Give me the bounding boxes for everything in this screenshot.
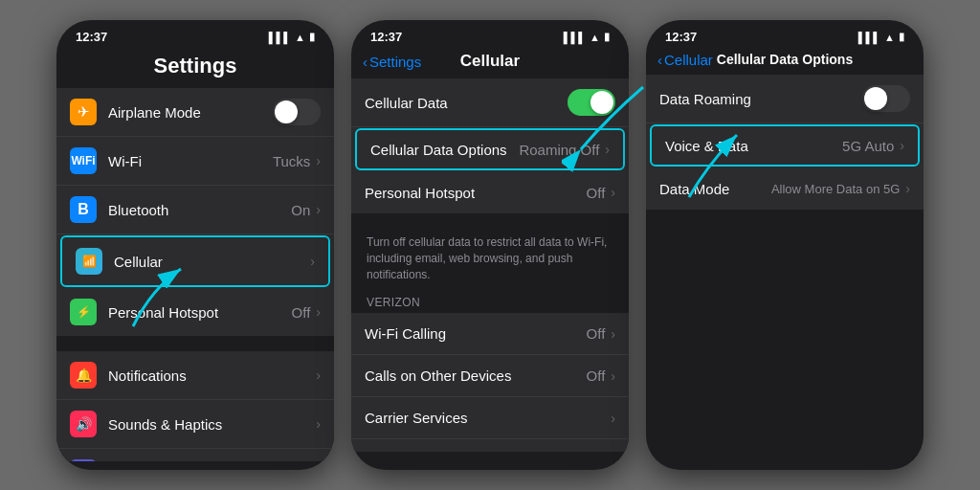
sounds-row[interactable]: 🔊 Sounds & Haptics › bbox=[56, 400, 334, 449]
wifi-status-icon-2: ▲ bbox=[590, 32, 600, 43]
settings-title-bar: Settings bbox=[56, 48, 334, 88]
donotdisturb-row[interactable]: 🌙 Do Not Disturb › bbox=[56, 449, 334, 461]
wifi-calling-chevron: › bbox=[611, 326, 615, 342]
phone-1-screen: 12:37 ▌▌▌ ▲ ▮ Settings ✈ Airplane Mode bbox=[56, 20, 334, 470]
toggle-knob bbox=[275, 100, 298, 123]
settings-group-1: ✈ Airplane Mode WiFi Wi-Fi Tucks › B Blu… bbox=[56, 88, 334, 336]
back-label-2: Settings bbox=[369, 54, 421, 70]
signal-icon: ▌▌▌ bbox=[269, 32, 291, 43]
wifi-calling-value: Off bbox=[587, 325, 606, 342]
bluetooth-label: Bluetooth bbox=[108, 202, 291, 218]
screen-content-2: Cellular Data Cellular Data Options Roam… bbox=[351, 78, 629, 452]
cellular-group-2: Wi-Fi Calling Off › Calls on Other Devic… bbox=[351, 313, 629, 452]
carrier-services-row[interactable]: Carrier Services › bbox=[351, 397, 629, 439]
personal-hotspot-label-2: Personal Hotspot bbox=[365, 185, 587, 201]
cellular-desc: Turn off cellular data to restrict all d… bbox=[351, 229, 629, 292]
toggle-knob-3 bbox=[864, 87, 887, 110]
sounds-label: Sounds & Haptics bbox=[108, 416, 316, 433]
voice-data-value: 5G Auto bbox=[842, 138, 894, 154]
verizon-label: VERIZON bbox=[351, 292, 629, 313]
voice-data-row[interactable]: Voice & Data 5G Auto › bbox=[650, 124, 920, 167]
battery-icon-3: ▮ bbox=[899, 31, 904, 43]
cellular-data-options-row[interactable]: Cellular Data Options Roaming Off › bbox=[355, 128, 625, 170]
carrier-services-label: Carrier Services bbox=[365, 410, 611, 426]
status-bar-1: 12:37 ▌▌▌ ▲ ▮ bbox=[56, 20, 334, 48]
sim-pin-row[interactable]: SIM PIN › bbox=[351, 439, 629, 452]
cellular-row[interactable]: 📶 Cellular › bbox=[60, 235, 330, 287]
time-2: 12:37 bbox=[370, 30, 402, 44]
wifi-icon: ▲ bbox=[295, 32, 305, 43]
airplane-mode-row[interactable]: ✈ Airplane Mode bbox=[56, 88, 334, 137]
calls-other-value: Off bbox=[587, 368, 606, 384]
status-icons-3: ▌▌▌ ▲ ▮ bbox=[858, 31, 904, 43]
data-roaming-row[interactable]: Data Roaming bbox=[646, 75, 924, 123]
bluetooth-row[interactable]: B Bluetooth On › bbox=[56, 186, 334, 234]
time-1: 12:37 bbox=[76, 30, 107, 44]
calls-other-label: Calls on Other Devices bbox=[365, 368, 587, 384]
battery-icon: ▮ bbox=[309, 31, 315, 43]
airplane-label: Airplane Mode bbox=[108, 104, 273, 121]
signal-icon-3: ▌▌▌ bbox=[858, 32, 880, 43]
wifi-label: Wi-Fi bbox=[108, 153, 273, 169]
wifi-row[interactable]: WiFi Wi-Fi Tucks › bbox=[56, 137, 334, 186]
cellular-label: Cellular bbox=[114, 254, 310, 270]
cellular-data-options-chevron: › bbox=[605, 142, 610, 157]
cellular-data-toggle[interactable] bbox=[568, 89, 615, 116]
back-chevron-2: ‹ bbox=[363, 54, 368, 70]
bluetooth-icon: B bbox=[70, 196, 97, 223]
personal-hotspot-value-2: Off bbox=[587, 185, 606, 201]
page-title-1: Settings bbox=[154, 54, 237, 78]
donotdisturb-icon: 🌙 bbox=[70, 459, 97, 461]
cellular-data-row[interactable]: Cellular Data bbox=[351, 78, 629, 127]
phone-3: 12:37 ▌▌▌ ▲ ▮ ‹ Cellular Cellular Data O… bbox=[646, 20, 924, 470]
screen-content-3: Data Roaming Voice & Data 5G Auto › Data… bbox=[646, 75, 924, 448]
bluetooth-value: On bbox=[291, 202, 310, 218]
data-options-group: Data Roaming Voice & Data 5G Auto › Data… bbox=[646, 75, 924, 210]
settings-group-2: 🔔 Notifications › 🔊 Sounds & Haptics › 🌙… bbox=[56, 351, 334, 461]
data-roaming-toggle[interactable] bbox=[862, 85, 910, 112]
status-bar-2: 12:37 ▌▌▌ ▲ ▮ bbox=[351, 20, 629, 48]
sounds-chevron: › bbox=[316, 416, 321, 432]
status-bar-3: 12:37 ▌▌▌ ▲ ▮ bbox=[646, 20, 924, 48]
bluetooth-chevron: › bbox=[316, 202, 321, 217]
nav-title-3: Cellular Data Options bbox=[717, 52, 853, 67]
hotspot-value: Off bbox=[292, 304, 311, 321]
status-icons-2: ▌▌▌ ▲ ▮ bbox=[564, 31, 610, 43]
phone-2: 12:37 ▌▌▌ ▲ ▮ ‹ Settings Cellular Cellul… bbox=[351, 20, 629, 470]
airplane-toggle[interactable] bbox=[273, 99, 321, 125]
back-label-3: Cellular bbox=[664, 52, 713, 68]
airplane-icon: ✈ bbox=[70, 99, 97, 125]
data-mode-value: Allow More Data on 5G bbox=[771, 182, 900, 196]
wifi-value: Tucks bbox=[273, 153, 310, 169]
screen-content-1: ✈ Airplane Mode WiFi Wi-Fi Tucks › B Blu… bbox=[56, 88, 334, 461]
phone-3-screen: 12:37 ▌▌▌ ▲ ▮ ‹ Cellular Cellular Data O… bbox=[646, 20, 924, 470]
voice-data-chevron: › bbox=[900, 138, 904, 153]
sounds-icon: 🔊 bbox=[70, 411, 97, 437]
carrier-services-chevron: › bbox=[611, 411, 615, 426]
back-button-2[interactable]: ‹ Settings bbox=[363, 54, 421, 70]
cellular-group-1: Cellular Data Cellular Data Options Roam… bbox=[351, 78, 629, 213]
phone-1: 12:37 ▌▌▌ ▲ ▮ Settings ✈ Airplane Mode bbox=[56, 20, 334, 470]
personal-hotspot-row-2[interactable]: Personal Hotspot Off › bbox=[351, 171, 629, 213]
status-icons-1: ▌▌▌ ▲ ▮ bbox=[269, 31, 315, 43]
cellular-data-label: Cellular Data bbox=[365, 95, 568, 111]
calls-other-chevron: › bbox=[611, 368, 615, 384]
personal-hotspot-chevron-2: › bbox=[611, 185, 615, 200]
calls-other-row[interactable]: Calls on Other Devices Off › bbox=[351, 355, 629, 397]
back-button-3[interactable]: ‹ Cellular bbox=[657, 52, 713, 68]
nav-bar-2: ‹ Settings Cellular bbox=[351, 48, 629, 78]
data-mode-label: Data Mode bbox=[659, 181, 771, 197]
wifi-calling-row[interactable]: Wi-Fi Calling Off › bbox=[351, 313, 629, 355]
notifications-icon: 🔔 bbox=[70, 362, 97, 389]
cellular-data-options-value: Roaming Off bbox=[519, 142, 599, 158]
notifications-label: Notifications bbox=[108, 368, 316, 384]
hotspot-row[interactable]: ⚡ Personal Hotspot Off › bbox=[56, 288, 334, 336]
wifi-calling-label: Wi-Fi Calling bbox=[365, 325, 587, 342]
nav-bar-3: ‹ Cellular Cellular Data Options bbox=[646, 48, 924, 75]
back-chevron-3: ‹ bbox=[657, 52, 662, 68]
data-mode-chevron: › bbox=[905, 181, 910, 196]
notifications-row[interactable]: 🔔 Notifications › bbox=[56, 351, 334, 400]
cellular-data-options-label: Cellular Data Options bbox=[370, 142, 519, 158]
data-mode-row[interactable]: Data Mode Allow More Data on 5G › bbox=[646, 167, 924, 210]
wifi-icon: WiFi bbox=[70, 147, 97, 174]
